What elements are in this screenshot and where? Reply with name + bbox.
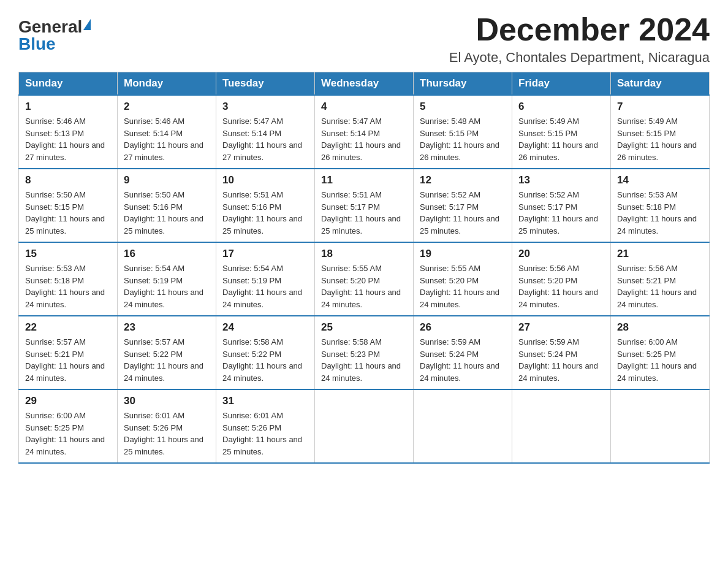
day-info: Sunrise: 6:00 AMSunset: 5:25 PMDaylight:… [617,337,697,383]
calendar-cell: 1 Sunrise: 5:46 AMSunset: 5:13 PMDayligh… [19,95,118,169]
day-info: Sunrise: 5:46 AMSunset: 5:14 PMDaylight:… [124,117,203,162]
weekday-header-wednesday: Wednesday [315,72,414,96]
calendar-cell: 5 Sunrise: 5:48 AMSunset: 5:15 PMDayligh… [414,95,512,169]
calendar-week-5: 29 Sunrise: 6:00 AMSunset: 5:25 PMDaylig… [19,389,710,463]
calendar-cell: 11 Sunrise: 5:51 AMSunset: 5:17 PMDaylig… [315,169,414,242]
day-info: Sunrise: 5:46 AMSunset: 5:13 PMDaylight:… [25,117,105,162]
day-number: 26 [420,321,506,334]
calendar-cell: 24 Sunrise: 5:58 AMSunset: 5:22 PMDaylig… [216,316,315,389]
day-number: 13 [518,174,604,186]
day-number: 22 [25,321,111,334]
day-number: 31 [222,395,308,407]
calendar-cell [611,389,710,463]
calendar-cell: 10 Sunrise: 5:51 AMSunset: 5:16 PMDaylig… [216,169,315,242]
day-number: 3 [222,101,308,113]
day-info: Sunrise: 5:54 AMSunset: 5:19 PMDaylight:… [124,264,203,309]
day-info: Sunrise: 5:56 AMSunset: 5:20 PMDaylight:… [518,264,598,309]
day-number: 5 [420,101,506,113]
day-info: Sunrise: 6:01 AMSunset: 5:26 PMDaylight:… [124,411,203,456]
calendar-week-1: 1 Sunrise: 5:46 AMSunset: 5:13 PMDayligh… [19,95,710,169]
day-number: 19 [420,248,506,260]
calendar-cell: 29 Sunrise: 6:00 AMSunset: 5:25 PMDaylig… [19,389,118,463]
day-number: 25 [321,321,407,334]
calendar-cell: 26 Sunrise: 5:59 AMSunset: 5:24 PMDaylig… [414,316,512,389]
day-info: Sunrise: 6:01 AMSunset: 5:26 PMDaylight:… [222,411,302,456]
day-number: 29 [25,395,111,407]
day-number: 11 [321,174,407,186]
day-number: 2 [124,101,210,113]
day-info: Sunrise: 5:50 AMSunset: 5:16 PMDaylight:… [124,190,203,236]
day-info: Sunrise: 5:53 AMSunset: 5:18 PMDaylight:… [617,190,697,236]
day-number: 27 [518,321,604,334]
calendar-cell: 21 Sunrise: 5:56 AMSunset: 5:21 PMDaylig… [611,242,710,316]
day-number: 10 [222,174,308,186]
page-header: General Blue December 2024 El Ayote, Cho… [18,12,710,66]
day-number: 18 [321,248,407,260]
calendar-cell: 15 Sunrise: 5:53 AMSunset: 5:18 PMDaylig… [19,242,118,316]
day-number: 16 [124,248,210,260]
day-number: 21 [617,248,703,260]
calendar-cell: 22 Sunrise: 5:57 AMSunset: 5:21 PMDaylig… [19,316,118,389]
day-info: Sunrise: 5:49 AMSunset: 5:15 PMDaylight:… [518,117,598,162]
calendar-cell: 2 Sunrise: 5:46 AMSunset: 5:14 PMDayligh… [118,95,216,169]
day-info: Sunrise: 5:48 AMSunset: 5:15 PMDaylight:… [420,117,499,162]
weekday-header-tuesday: Tuesday [216,72,315,96]
weekday-header-monday: Monday [118,72,216,96]
weekday-header-friday: Friday [512,72,611,96]
day-info: Sunrise: 5:55 AMSunset: 5:20 PMDaylight:… [321,264,401,309]
calendar-cell: 3 Sunrise: 5:47 AMSunset: 5:14 PMDayligh… [216,95,315,169]
day-info: Sunrise: 5:59 AMSunset: 5:24 PMDaylight:… [518,337,598,383]
day-number: 28 [617,321,703,334]
logo-general-text: General [18,18,82,36]
day-number: 7 [617,101,703,113]
calendar-cell: 27 Sunrise: 5:59 AMSunset: 5:24 PMDaylig… [512,316,611,389]
day-number: 1 [25,101,111,113]
day-number: 4 [321,101,407,113]
calendar-cell: 13 Sunrise: 5:52 AMSunset: 5:17 PMDaylig… [512,169,611,242]
calendar-cell: 14 Sunrise: 5:53 AMSunset: 5:18 PMDaylig… [611,169,710,242]
calendar-cell: 12 Sunrise: 5:52 AMSunset: 5:17 PMDaylig… [414,169,512,242]
calendar-cell: 7 Sunrise: 5:49 AMSunset: 5:15 PMDayligh… [611,95,710,169]
calendar-cell: 28 Sunrise: 6:00 AMSunset: 5:25 PMDaylig… [611,316,710,389]
weekday-header-saturday: Saturday [611,72,710,96]
weekday-header-row: SundayMondayTuesdayWednesdayThursdayFrid… [19,72,710,96]
day-info: Sunrise: 5:57 AMSunset: 5:21 PMDaylight:… [25,337,105,383]
day-info: Sunrise: 5:57 AMSunset: 5:22 PMDaylight:… [124,337,203,383]
calendar-cell: 25 Sunrise: 5:58 AMSunset: 5:23 PMDaylig… [315,316,414,389]
logo: General Blue [18,18,91,53]
day-info: Sunrise: 5:47 AMSunset: 5:14 PMDaylight:… [222,117,302,162]
day-info: Sunrise: 5:53 AMSunset: 5:18 PMDaylight:… [25,264,105,309]
calendar-cell: 4 Sunrise: 5:47 AMSunset: 5:14 PMDayligh… [315,95,414,169]
calendar-cell [315,389,414,463]
day-info: Sunrise: 5:54 AMSunset: 5:19 PMDaylight:… [222,264,302,309]
day-info: Sunrise: 5:59 AMSunset: 5:24 PMDaylight:… [420,337,499,383]
day-info: Sunrise: 5:55 AMSunset: 5:20 PMDaylight:… [420,264,499,309]
calendar-cell: 9 Sunrise: 5:50 AMSunset: 5:16 PMDayligh… [118,169,216,242]
weekday-header-sunday: Sunday [19,72,118,96]
day-info: Sunrise: 5:58 AMSunset: 5:23 PMDaylight:… [321,337,401,383]
calendar-cell: 30 Sunrise: 6:01 AMSunset: 5:26 PMDaylig… [118,389,216,463]
day-info: Sunrise: 5:51 AMSunset: 5:16 PMDaylight:… [222,190,302,236]
day-info: Sunrise: 5:58 AMSunset: 5:22 PMDaylight:… [222,337,302,383]
day-info: Sunrise: 5:52 AMSunset: 5:17 PMDaylight:… [518,190,598,236]
day-info: Sunrise: 5:49 AMSunset: 5:15 PMDaylight:… [617,117,697,162]
day-number: 24 [222,321,308,334]
logo-blue-text: Blue [18,36,56,53]
day-number: 9 [124,174,210,186]
day-number: 20 [518,248,604,260]
day-number: 12 [420,174,506,186]
calendar-week-2: 8 Sunrise: 5:50 AMSunset: 5:15 PMDayligh… [19,169,710,242]
month-title: December 2024 [449,12,710,47]
calendar-cell: 8 Sunrise: 5:50 AMSunset: 5:15 PMDayligh… [19,169,118,242]
calendar-week-4: 22 Sunrise: 5:57 AMSunset: 5:21 PMDaylig… [19,316,710,389]
calendar-cell: 17 Sunrise: 5:54 AMSunset: 5:19 PMDaylig… [216,242,315,316]
logo-triangle-icon [83,19,91,30]
day-info: Sunrise: 6:00 AMSunset: 5:25 PMDaylight:… [25,411,105,456]
day-info: Sunrise: 5:56 AMSunset: 5:21 PMDaylight:… [617,264,697,309]
title-block: December 2024 El Ayote, Chontales Depart… [449,12,710,66]
day-number: 23 [124,321,210,334]
day-number: 14 [617,174,703,186]
day-info: Sunrise: 5:50 AMSunset: 5:15 PMDaylight:… [25,190,105,236]
calendar-cell: 18 Sunrise: 5:55 AMSunset: 5:20 PMDaylig… [315,242,414,316]
calendar-week-3: 15 Sunrise: 5:53 AMSunset: 5:18 PMDaylig… [19,242,710,316]
